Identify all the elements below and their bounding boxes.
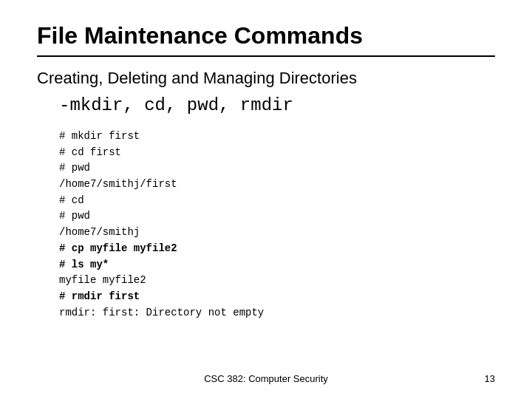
slide-container: File Maintenance Commands Creating, Dele… (0, 0, 532, 399)
code-block: # mkdir first# cd first# pwd/home7/smith… (59, 129, 495, 366)
footer-course: CSC 382: Computer Security (204, 373, 328, 384)
code-line: # cd first (59, 145, 495, 161)
footer-page: 13 (485, 373, 495, 384)
commands-line: -mkdir, cd, pwd, rmdir (59, 95, 495, 115)
code-line: # pwd (59, 208, 495, 225)
code-line: /home7/smithj (59, 225, 495, 241)
code-line: myfile myfile2 (59, 273, 495, 289)
slide-title: File Maintenance Commands (37, 22, 495, 50)
title-divider (37, 55, 495, 57)
code-line: rmdir: first: Directory not empty (59, 305, 495, 321)
code-line: # cp myfile myfile2 (59, 241, 495, 257)
slide-subtitle: Creating, Deleting and Managing Director… (37, 69, 495, 88)
code-line: # cd (59, 193, 495, 209)
slide-footer: CSC 382: Computer Security 13 (37, 366, 495, 384)
code-line: # pwd (59, 160, 495, 177)
code-line: /home7/smithj/first (59, 177, 495, 193)
code-line: # ls my* (59, 257, 495, 273)
code-line: # mkdir first (59, 129, 495, 145)
code-line: # rmdir first (59, 289, 495, 305)
